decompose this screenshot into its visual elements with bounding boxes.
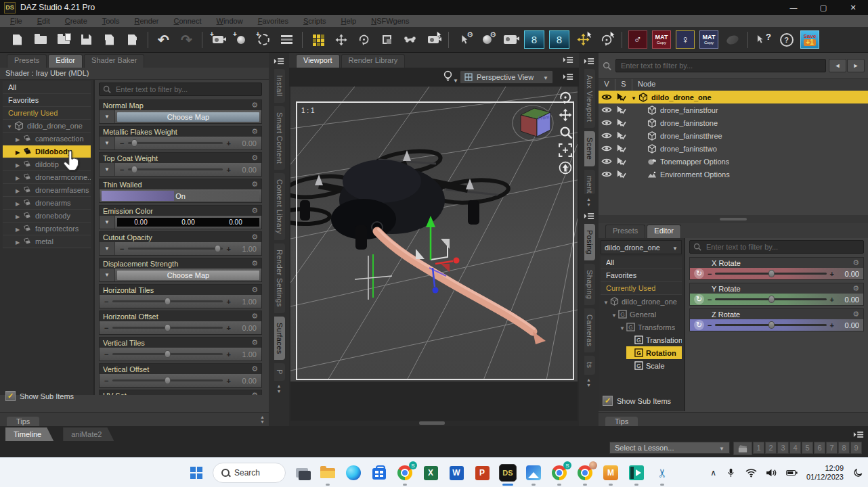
- frame-view-icon[interactable]: [559, 143, 572, 157]
- show-sub-items-checkbox[interactable]: Show Sub Items: [603, 396, 671, 406]
- gear-icon[interactable]: [251, 233, 258, 241]
- save-plus-one-icon[interactable]: Save+1: [800, 30, 819, 49]
- dock-scroll-arrows[interactable]: ▲▼: [277, 384, 282, 394]
- expand-arrow-icon[interactable]: [5, 122, 14, 130]
- dock-tab[interactable]: Install: [274, 69, 285, 103]
- whats-this-icon[interactable]: ?: [754, 30, 773, 49]
- surfaces-filter-input[interactable]: [114, 85, 258, 94]
- grid-snap-icon[interactable]: [309, 30, 327, 49]
- night-mode-icon[interactable]: [851, 467, 865, 480]
- gear-icon[interactable]: [251, 206, 258, 215]
- dock-tab[interactable]: Render Settings: [274, 244, 285, 313]
- tips-tab[interactable]: Tips: [7, 417, 39, 426]
- wifi-tray-icon[interactable]: [745, 468, 757, 478]
- dock-scroll-arrows[interactable]: ▲▼: [586, 377, 591, 388]
- redo-icon[interactable]: [177, 30, 196, 49]
- map-dropdown-icon[interactable]: [100, 216, 115, 229]
- surface-tree-item[interactable]: camerasection: [3, 133, 91, 145]
- viewport-tab[interactable]: Viewport: [296, 54, 340, 68]
- gear-icon[interactable]: [251, 391, 258, 395]
- pane-menu-icon[interactable]: [563, 55, 573, 64]
- dock-tab[interactable]: Smart Content: [274, 106, 285, 170]
- lesson-number-button[interactable]: 9: [850, 442, 862, 454]
- lesson-number-button[interactable]: 7: [826, 442, 838, 454]
- scene-node-row[interactable]: drone_faninstfour: [599, 103, 868, 116]
- lesson-number-button[interactable]: 1: [753, 442, 764, 454]
- viewport-scrollbar[interactable]: [419, 421, 445, 425]
- edge-icon[interactable]: [344, 463, 363, 482]
- visibility-eye-icon[interactable]: [601, 132, 612, 139]
- dock-tab[interactable]: Shaping: [584, 264, 595, 305]
- pan-view-icon[interactable]: [559, 108, 572, 122]
- dock-tab[interactable]: ment: [584, 170, 595, 194]
- selectable-cursor-icon[interactable]: [616, 106, 626, 114]
- menu-item[interactable]: File: [3, 17, 30, 25]
- param-slider[interactable]: 1.00: [100, 298, 261, 306]
- posing-tree-item[interactable]: Transforms: [618, 321, 682, 333]
- param-slider[interactable]: 1.00: [100, 350, 261, 358]
- expand-arrow-icon[interactable]: [14, 237, 22, 246]
- new-file-icon[interactable]: [8, 30, 26, 49]
- visibility-eye-icon[interactable]: [601, 158, 612, 165]
- selectable-cursor-icon[interactable]: [616, 93, 626, 101]
- expand-arrow-icon[interactable]: [14, 186, 22, 194]
- create-camera-icon[interactable]: +: [209, 30, 227, 49]
- gear-icon[interactable]: [251, 365, 258, 373]
- y-rotate-slider[interactable]: 0.00: [690, 294, 863, 305]
- viewport-3d-scene[interactable]: Front 1 : 1: [290, 87, 578, 421]
- lesson-number-button[interactable]: 5: [802, 442, 813, 454]
- pane-menu-icon[interactable]: [853, 430, 864, 439]
- undo-icon[interactable]: [154, 30, 173, 49]
- minimize-button[interactable]: —: [779, 0, 808, 15]
- surface-tree-item[interactable]: dildo_drone_one: [3, 120, 91, 133]
- viewport-options-icon[interactable]: [563, 72, 573, 81]
- menu-item[interactable]: Render: [127, 17, 166, 25]
- pane-splitter[interactable]: [599, 215, 868, 223]
- visibility-eye-icon[interactable]: [601, 145, 612, 152]
- align-icon[interactable]: [278, 30, 296, 49]
- posing-pane-tab[interactable]: Editor: [647, 225, 681, 238]
- visibility-eye-icon[interactable]: [601, 106, 612, 114]
- chrome-icon[interactable]: S: [395, 463, 414, 482]
- next-selection-button[interactable]: ►: [847, 59, 865, 72]
- surface-tree-item[interactable]: metal: [3, 235, 91, 248]
- m-app-icon[interactable]: M: [601, 463, 620, 482]
- surface-tree-item[interactable]: dronearms: [3, 197, 91, 210]
- open-file-icon[interactable]: [31, 30, 49, 49]
- translate-tool-icon[interactable]: [332, 30, 350, 49]
- viewport-tab[interactable]: Render Library: [341, 54, 406, 68]
- posing-category[interactable]: Currently Used: [601, 282, 682, 295]
- menu-item[interactable]: Scripts: [296, 17, 334, 25]
- battery-tray-icon[interactable]: [786, 468, 798, 478]
- scale-tool-icon[interactable]: [378, 30, 396, 49]
- word-icon[interactable]: W: [447, 463, 466, 482]
- lesson-number-button[interactable]: 3: [777, 442, 789, 454]
- expand-arrow-icon[interactable]: [602, 298, 610, 306]
- scene-node-row[interactable]: Tonemapper Options: [599, 155, 868, 168]
- task-view-icon[interactable]: [292, 463, 311, 482]
- lesson-number-button[interactable]: 2: [765, 442, 777, 454]
- posing-category[interactable]: Favorites: [601, 269, 682, 282]
- z-rotate-slider[interactable]: 0.00: [690, 319, 863, 331]
- tips-tab[interactable]: Tips: [605, 417, 638, 426]
- export-icon[interactable]: [123, 30, 142, 49]
- posing-filter[interactable]: [689, 240, 864, 254]
- surface-tree-item[interactable]: fanprotectors: [3, 223, 91, 235]
- visibility-eye-icon[interactable]: [601, 119, 612, 126]
- surface-category[interactable]: Favorites: [3, 94, 91, 107]
- reset-view-icon[interactable]: [559, 161, 572, 175]
- lesson-number-button[interactable]: 4: [789, 442, 801, 454]
- surfaces-pane-tab[interactable]: Presets: [7, 54, 47, 68]
- iray-preview-icon[interactable]: 8: [524, 30, 544, 49]
- lesson-number-button[interactable]: 6: [814, 442, 825, 454]
- show-sub-items-checkbox[interactable]: Show Sub Items: [5, 391, 74, 401]
- volume-tray-icon[interactable]: [766, 468, 777, 478]
- param-slider[interactable]: 1.00: [115, 245, 261, 253]
- dock-scroll-arrows[interactable]: ▲▼: [586, 197, 591, 208]
- checkbox-check-icon[interactable]: [603, 396, 613, 406]
- video-editor-icon[interactable]: [627, 463, 646, 482]
- expand-arrow-icon[interactable]: [14, 212, 22, 220]
- emission-color-values[interactable]: 0.00 0.00 0.00: [117, 218, 259, 227]
- gear-icon[interactable]: [852, 284, 859, 293]
- scene-node-row[interactable]: drone_faninsttwo: [599, 142, 868, 155]
